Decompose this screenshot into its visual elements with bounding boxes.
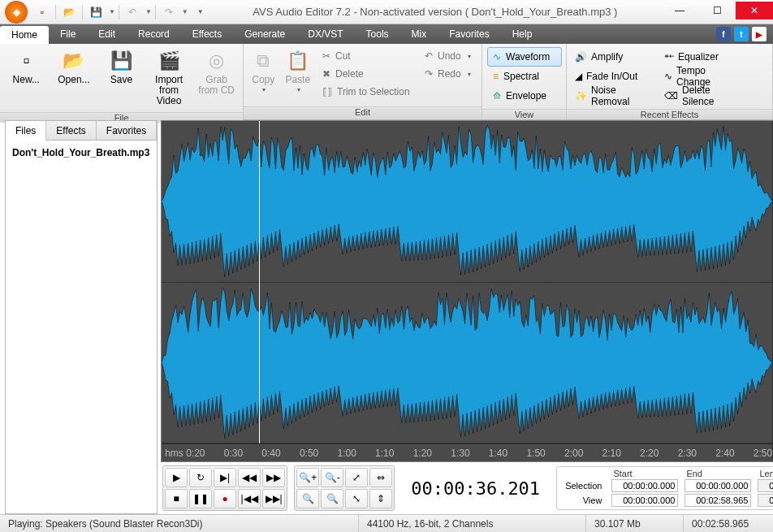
fx-tempo-button[interactable]: ∿Tempo Change (661, 67, 745, 86)
status-playing: Playing: Speakers (Sound Blaster Recon3D… (0, 515, 359, 532)
spectral-icon: ≡ (493, 71, 499, 82)
tab-dxvst[interactable]: DX/VST (296, 24, 354, 44)
view-start-input[interactable] (611, 494, 678, 507)
zoom-in-v-button[interactable]: 🔍 (296, 489, 319, 508)
timecode-display: 00:00:36.201 (401, 478, 550, 499)
open-button[interactable]: 📂Open... (53, 47, 96, 87)
cut-button[interactable]: ✂Cut (317, 47, 415, 65)
side-tab-favorites[interactable]: Favorites (97, 121, 157, 140)
playhead-cursor[interactable] (259, 121, 260, 443)
status-size: 30.107 Mb (586, 515, 684, 532)
stop-button[interactable]: ■ (165, 489, 188, 508)
fx-equalizer-button[interactable]: ⬴Equalizer (661, 47, 745, 67)
fx-delete-silence-button[interactable]: ⌫Delete Silence (661, 86, 745, 106)
forward-button[interactable]: ▶▶ (262, 468, 285, 487)
film-icon: 🎬 (156, 49, 182, 73)
go-end-button[interactable]: ▶▶| (262, 489, 285, 508)
file-list-item[interactable]: Don't_Hold_Your_Breath.mp3 (12, 145, 150, 160)
ribbon: ▫New... 📂Open... 💾Save 🎬Import from Vide… (0, 44, 773, 120)
row-selection-label: Selection (562, 478, 608, 493)
waveform-channel-left[interactable] (162, 121, 772, 283)
selection-start-input[interactable] (611, 479, 678, 492)
record-button[interactable]: ● (214, 489, 236, 508)
maximize-button[interactable]: ☐ (698, 2, 736, 19)
tab-effects[interactable]: Effects (181, 24, 233, 44)
timeline-unit: hms (165, 448, 184, 459)
view-spectral-button[interactable]: ≡Spectral (487, 67, 562, 86)
zoom-out-v-button[interactable]: 🔍 (321, 489, 343, 508)
timeline-ruler[interactable]: hms 0:200:300:400:501:001:101:201:301:40… (162, 443, 772, 461)
zoom-full-button[interactable]: ⤢ (345, 468, 368, 487)
tab-favorites[interactable]: Favorites (438, 24, 500, 44)
tab-record[interactable]: Record (127, 24, 181, 44)
tab-help[interactable]: Help (501, 24, 544, 44)
paste-button[interactable]: 📋Paste▾ (283, 47, 313, 96)
tab-mix[interactable]: Mix (400, 24, 438, 44)
save-button[interactable]: 💾Save (100, 47, 143, 87)
waveform-channel-right[interactable] (162, 283, 772, 444)
new-button[interactable]: ▫New... (5, 47, 48, 87)
youtube-icon[interactable]: ▶ (752, 27, 767, 41)
tab-tools[interactable]: Tools (355, 24, 400, 44)
close-button[interactable]: ✕ (736, 2, 773, 19)
scissors-icon: ✂ (322, 50, 330, 62)
rewind-button[interactable]: ◀◀ (238, 468, 261, 487)
loop-button[interactable]: ↻ (189, 468, 212, 487)
tab-home[interactable]: Home (0, 26, 49, 44)
qat-open-icon[interactable]: 📂 (59, 3, 79, 21)
tab-edit[interactable]: Edit (87, 24, 127, 44)
qat-undo-icon[interactable]: ↶ (123, 3, 142, 21)
col-end: End (681, 469, 754, 478)
group-label-edit: Edit (244, 106, 482, 119)
fade-icon: ◢ (575, 71, 582, 82)
grab-cd-button[interactable]: ◎Grab from CD (195, 47, 238, 97)
qat-save-icon[interactable]: 💾 (86, 3, 106, 21)
minimize-button[interactable]: — (661, 2, 698, 19)
zoom-reset-v-button[interactable]: ⤡ (345, 489, 368, 508)
qat-customize-icon[interactable]: ▼ (190, 3, 209, 21)
delete-button[interactable]: ✖Delete (317, 65, 415, 83)
twitter-icon[interactable]: t (734, 27, 749, 41)
view-waveform-button[interactable]: ∿Waveform (487, 47, 562, 67)
save-icon: 💾 (108, 49, 134, 73)
play-button[interactable]: ▶ (165, 468, 188, 487)
fx-noise-removal-button[interactable]: ✨Noise Removal (572, 86, 656, 106)
qat-redo-icon[interactable]: ↷ (159, 3, 179, 21)
selection-end-input[interactable] (684, 479, 751, 492)
view-length-field (758, 494, 773, 507)
copy-button[interactable]: ⧉Copy▾ (248, 47, 279, 96)
view-envelope-button[interactable]: ⟰Envelope (487, 86, 562, 106)
group-label-view: View (482, 109, 566, 119)
tab-file[interactable]: File (49, 24, 87, 44)
facebook-icon[interactable]: f (716, 27, 731, 41)
zoom-in-button[interactable]: 🔍+ (296, 468, 319, 487)
paste-icon: 📋 (285, 49, 311, 73)
transport-bar: ▶ ↻ ▶| ◀◀ ▶▶ ■ ❚❚ ● |◀◀ ▶▶| 🔍+ 🔍- ⤢ ⇔ 🔍 … (161, 462, 773, 514)
ribbon-group-file: ▫New... 📂Open... 💾Save 🎬Import from Vide… (0, 44, 244, 119)
file-list[interactable]: Don't_Hold_Your_Breath.mp3 (6, 141, 157, 513)
play-to-end-button[interactable]: ▶| (214, 468, 236, 487)
zoom-out-button[interactable]: 🔍- (321, 468, 343, 487)
import-video-button[interactable]: 🎬Import from Video (148, 47, 191, 109)
tab-generate[interactable]: Generate (233, 24, 296, 44)
fx-amplify-button[interactable]: 🔊Amplify (572, 47, 656, 67)
view-end-input[interactable] (684, 494, 751, 507)
fx-fade-button[interactable]: ◢Fade In/Out (572, 67, 656, 86)
trim-button[interactable]: ⟦⟧Trim to Selection (317, 83, 415, 101)
ribbon-group-edit: ⧉Copy▾ 📋Paste▾ ✂Cut ✖Delete ⟦⟧Trim to Se… (244, 44, 482, 119)
undo-button[interactable]: ↶Undo▾ (420, 47, 477, 65)
side-tab-files[interactable]: Files (6, 121, 46, 141)
titlebar: ◈ ▫ 📂 💾▼ ↶▼ ↷▼ ▼ AVS Audio Editor 7.2 - … (0, 0, 773, 24)
redo-button[interactable]: ↷Redo▾ (420, 65, 477, 83)
status-duration: 00:02:58.965 (684, 515, 773, 532)
zoom-selection-button[interactable]: ⇔ (369, 468, 392, 487)
range-table: StartEndLength Selection View (556, 466, 773, 510)
go-start-button[interactable]: |◀◀ (238, 489, 261, 508)
zoom-fit-v-button[interactable]: ⇕ (369, 489, 392, 508)
qat-new-icon[interactable]: ▫ (32, 3, 52, 21)
waveform-display[interactable]: hms 0:200:300:400:501:001:101:201:301:40… (161, 120, 773, 462)
silence-icon: ⌫ (664, 90, 678, 102)
side-panel-tabs: Files Effects Favorites (6, 121, 157, 141)
side-tab-effects[interactable]: Effects (46, 121, 96, 140)
pause-button[interactable]: ❚❚ (189, 489, 212, 508)
